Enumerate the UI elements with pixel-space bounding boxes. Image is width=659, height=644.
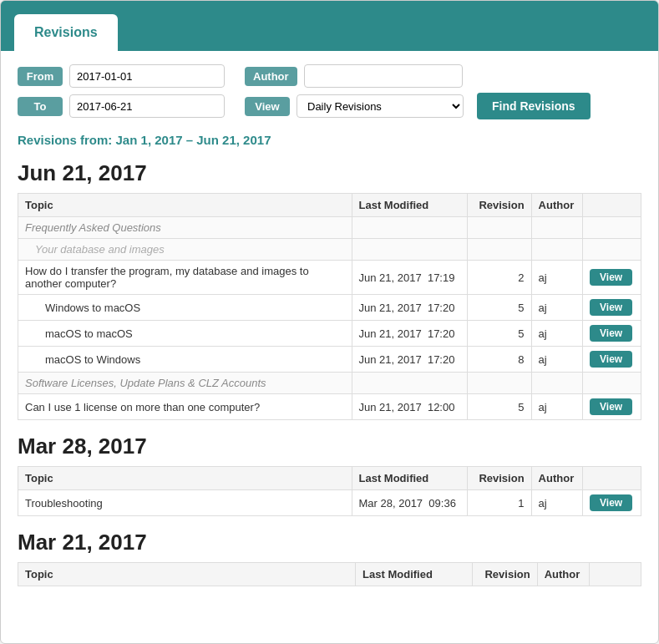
table-row: Frequently Asked Questions	[18, 217, 641, 239]
date-heading-2: Mar 21, 2017	[18, 530, 641, 555]
col-topic-header: Topic	[18, 194, 352, 217]
action-cell: View	[583, 347, 641, 373]
col-topic-header: Topic	[18, 563, 356, 586]
action-cell: View	[583, 394, 641, 420]
table-header-row: Topic Last Modified Revision Author	[18, 194, 641, 217]
col-revision-header: Revision	[472, 563, 537, 586]
revision-cell: 5	[467, 321, 531, 347]
col-lastmod-header: Last Modified	[356, 563, 473, 586]
table-0: Topic Last Modified Revision Author Freq…	[18, 193, 641, 420]
author-input[interactable]	[304, 64, 463, 88]
tab-revisions[interactable]: Revisions	[14, 14, 118, 51]
col-revision-header: Revision	[467, 194, 531, 217]
action-cell: View	[583, 490, 641, 516]
table-header-row: Topic Last Modified Revision Author	[18, 467, 641, 490]
view-button[interactable]: View	[590, 398, 632, 415]
table-row: Windows to macOS Jun 21, 2017 17:20 5 aj…	[18, 295, 641, 321]
table-row: macOS to macOS Jun 21, 2017 17:20 5 aj V…	[18, 321, 641, 347]
col-revision-header: Revision	[467, 467, 531, 490]
date-heading-1: Mar 28, 2017	[18, 434, 641, 459]
topic-cell: Troubleshooting	[18, 490, 352, 516]
main-window: Revisions From Author To View Daily Revi…	[0, 0, 659, 644]
filter-row-2: To View Daily Revisions Weekly Revisions…	[18, 93, 641, 119]
author-cell: aj	[531, 490, 582, 516]
action-cell: View	[583, 295, 641, 321]
topic-cell: How do I transfer the program, my databa…	[18, 261, 352, 295]
view-label: View	[245, 97, 290, 116]
last-modified-cell: Jun 21, 2017 17:20	[352, 347, 467, 373]
author-cell: aj	[531, 347, 582, 373]
action-cell: View	[583, 321, 641, 347]
filter-row-1: From Author	[18, 64, 641, 88]
col-action-header	[583, 194, 641, 217]
find-revisions-button[interactable]: Find Revisions	[477, 93, 591, 119]
col-author-header: Author	[531, 467, 582, 490]
to-input[interactable]	[69, 94, 225, 118]
author-cell: aj	[531, 321, 582, 347]
col-action-header	[583, 467, 641, 490]
view-button[interactable]: View	[590, 299, 632, 316]
topic-cell: macOS to macOS	[18, 321, 352, 347]
table-row: Your database and images	[18, 239, 641, 261]
results-summary: Revisions from: Jan 1, 2017 – Jun 21, 20…	[18, 133, 641, 147]
table-1: Topic Last Modified Revision Author Trou…	[18, 466, 641, 516]
topic-cell: Frequently Asked Questions	[18, 217, 352, 239]
view-button[interactable]: View	[590, 325, 632, 342]
revision-cell: 5	[467, 394, 531, 420]
topic-cell: macOS to Windows	[18, 347, 352, 373]
topic-cell: Windows to macOS	[18, 295, 352, 321]
view-select[interactable]: Daily Revisions Weekly Revisions Monthly…	[297, 94, 464, 118]
last-modified-cell: Jun 21, 2017 17:20	[352, 295, 467, 321]
last-modified-cell: Jun 21, 2017 12:00	[352, 394, 467, 420]
revision-cell: 2	[467, 261, 531, 295]
table-row: How do I transfer the program, my databa…	[18, 261, 641, 295]
table-row: Troubleshooting Mar 28, 2017 09:36 1 aj …	[18, 490, 641, 516]
table-row: macOS to Windows Jun 21, 2017 17:20 8 aj…	[18, 347, 641, 373]
view-button[interactable]: View	[590, 269, 632, 286]
tab-bar: Revisions	[1, 1, 658, 51]
last-modified-cell: Mar 28, 2017 09:36	[352, 490, 467, 516]
table-header-row: Topic Last Modified Revision Author	[18, 563, 641, 586]
date-heading-0: Jun 21, 2017	[18, 160, 641, 186]
author-cell: aj	[531, 261, 582, 295]
table-row: Software Licenses, Update Plans & CLZ Ac…	[18, 373, 641, 394]
action-cell: View	[583, 261, 641, 295]
author-cell: aj	[531, 295, 582, 321]
last-modified-cell: Jun 21, 2017 17:19	[352, 261, 467, 295]
last-modified-cell: Jun 21, 2017 17:20	[352, 321, 467, 347]
col-action-header	[589, 563, 641, 586]
author-cell: aj	[531, 394, 582, 420]
topic-cell: Can I use 1 license on more than one com…	[18, 394, 352, 420]
view-button[interactable]: View	[590, 351, 632, 368]
col-topic-header: Topic	[18, 467, 352, 490]
from-label: From	[18, 67, 63, 86]
from-input[interactable]	[69, 64, 225, 88]
to-label: To	[18, 97, 63, 116]
view-button[interactable]: View	[590, 494, 632, 511]
col-author-header: Author	[531, 194, 582, 217]
table-row: Can I use 1 license on more than one com…	[18, 394, 641, 420]
revision-cell: 8	[467, 347, 531, 373]
topic-cell: Software Licenses, Update Plans & CLZ Ac…	[18, 373, 352, 394]
col-author-header: Author	[537, 563, 589, 586]
col-lastmod-header: Last Modified	[352, 467, 467, 490]
revision-cell: 5	[467, 295, 531, 321]
table-2: Topic Last Modified Revision Author	[18, 562, 641, 586]
revision-cell: 1	[467, 490, 531, 516]
col-lastmod-header: Last Modified	[352, 194, 467, 217]
topic-cell: Your database and images	[18, 239, 352, 261]
content-area: From Author To View Daily Revisions Week…	[1, 51, 658, 606]
author-label: Author	[245, 67, 297, 86]
